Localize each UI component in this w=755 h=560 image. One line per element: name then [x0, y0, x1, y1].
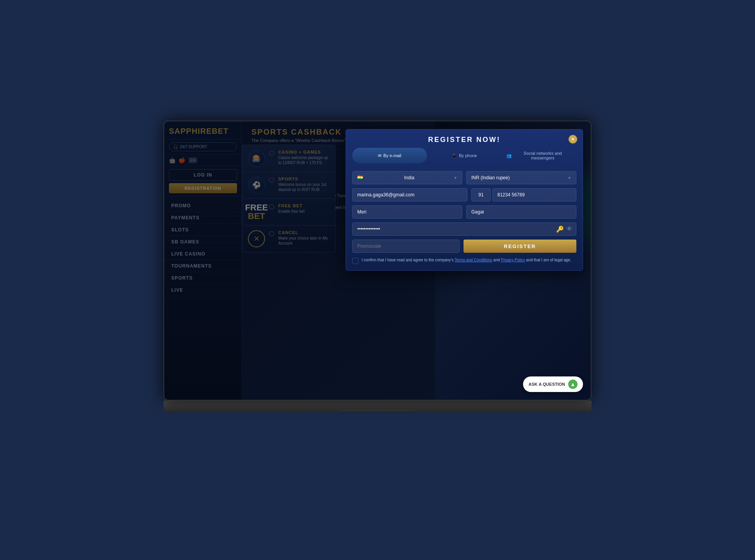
promo-input[interactable]: [352, 240, 460, 253]
phone-input[interactable]: [492, 188, 576, 201]
terms-row: I confirm that I have read and agree to …: [352, 257, 576, 264]
modal-close-button[interactable]: ×: [569, 135, 577, 144]
password-row: 🔑 👁: [352, 222, 576, 236]
currency-arrow: ▼: [567, 176, 571, 180]
terms-link[interactable]: Terms and Conditions: [455, 258, 492, 262]
eye-icon[interactable]: 👁: [566, 226, 572, 233]
ask-question-arrow: ▲: [568, 380, 578, 389]
tab-phone[interactable]: 📱 By phone: [427, 148, 502, 163]
terms-text-after: and that I am of legal age.: [525, 258, 571, 262]
terms-text-before: I confirm that I have read and agree to …: [362, 258, 455, 262]
modal-body: 🇮🇳 India ▼ INR (Indian rupee) ▼: [346, 167, 583, 270]
promo-register-row: REGISTER: [352, 240, 576, 253]
email-tab-icon: ✉: [378, 153, 381, 158]
email-input[interactable]: [352, 188, 467, 201]
name-row: [352, 205, 576, 219]
tab-email[interactable]: ✉ By e-mail: [352, 148, 427, 163]
phone-prefix: 91: [471, 188, 491, 201]
key-icon[interactable]: 🔑: [556, 226, 564, 233]
currency-select[interactable]: INR (Indian rupee) ▼: [466, 171, 576, 184]
tab-social[interactable]: 👥 Social networks and messengers: [502, 148, 576, 163]
laptop-screen: SAPPHIREBET 🎧 24/7 SUPPORT 🤖 🍎 EN LOG IN: [163, 121, 592, 401]
phone-group: 91: [471, 188, 576, 201]
laptop-base: [163, 401, 592, 412]
password-input[interactable]: [352, 222, 576, 236]
modal-tabs: ✉ By e-mail 📱 By phone 👥 Social networks…: [346, 148, 583, 167]
country-select[interactable]: 🇮🇳 India ▼: [352, 171, 462, 184]
last-name-input[interactable]: [466, 205, 576, 219]
register-main-button[interactable]: REGISTER: [464, 240, 576, 253]
country-flag: 🇮🇳: [357, 175, 363, 180]
phone-tab-label: By phone: [459, 153, 477, 158]
phone-tab-icon: 📱: [451, 153, 457, 158]
social-tab-icon: 👥: [506, 153, 512, 158]
ask-question-widget[interactable]: ASK A QUESTION ▲: [523, 376, 583, 392]
email-tab-label: By e-mail: [383, 153, 401, 158]
currency-value: INR (Indian rupee): [471, 175, 510, 180]
laptop-notch: [339, 408, 416, 411]
terms-text-mid: and: [492, 258, 501, 262]
modal-overlay: REGISTER NOW! × ✉ By e-mail 📱 By phone: [164, 121, 591, 400]
first-name-input[interactable]: [352, 205, 462, 219]
modal-title: REGISTER NOW!: [354, 136, 575, 144]
terms-text: I confirm that I have read and agree to …: [362, 257, 571, 263]
registration-modal: REGISTER NOW! × ✉ By e-mail 📱 By phone: [346, 129, 583, 271]
country-arrow: ▼: [453, 176, 457, 180]
social-tab-label: Social networks and messengers: [514, 151, 572, 160]
privacy-link[interactable]: Privacy Policy: [501, 258, 525, 262]
ask-question-label: ASK A QUESTION: [528, 382, 565, 387]
country-value: India: [404, 175, 414, 180]
country-currency-row: 🇮🇳 India ▼ INR (Indian rupee) ▼: [352, 171, 576, 184]
password-icons: 🔑 👁: [556, 226, 572, 233]
modal-header: REGISTER NOW! ×: [346, 130, 583, 148]
terms-checkbox[interactable]: [352, 258, 358, 264]
email-phone-row: 91: [352, 188, 576, 201]
